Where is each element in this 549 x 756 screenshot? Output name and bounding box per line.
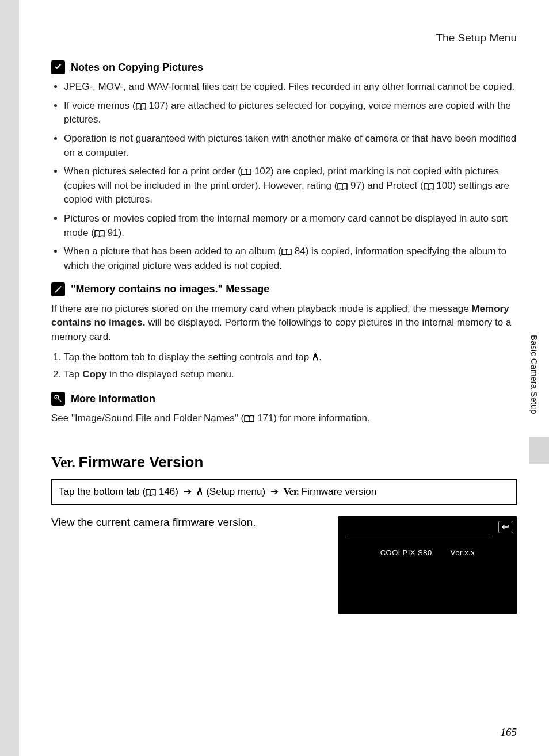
ver-icon: Ver. xyxy=(51,454,75,471)
firmware-row: View the current camera firmware version… xyxy=(51,516,517,614)
notes-list: JPEG-, MOV-, and WAV-format files can be… xyxy=(51,80,517,273)
moreinfo-paragraph: See "Image/Sound File and Folder Names" … xyxy=(51,411,517,426)
arrow-icon: ➔ xyxy=(184,486,192,497)
back-icon xyxy=(498,521,513,533)
step-item: Tap Copy in the displayed setup menu. xyxy=(64,366,517,383)
side-tab-marker xyxy=(529,437,549,464)
arrow-icon: ➔ xyxy=(270,486,279,497)
list-item: When pictures selected for a print order… xyxy=(64,165,517,207)
divider xyxy=(349,536,491,536)
step-item: Tap the bottom tab to display the settin… xyxy=(64,349,517,366)
list-item: When a picture that has been added to an… xyxy=(64,245,517,273)
memory-paragraph: If there are no pictures stored on the m… xyxy=(51,302,517,345)
side-tab-label: Basic Camera Setup xyxy=(529,335,544,433)
firmware-heading: Ver. Firmware Version xyxy=(51,453,517,471)
firmware-screen: COOLPIX S80 Ver.x.x xyxy=(338,516,517,614)
firmware-heading-text: Firmware Version xyxy=(79,453,204,471)
pencil-icon xyxy=(51,282,65,296)
section-moreinfo-title: More Information xyxy=(51,392,517,406)
firmware-screen-content: COOLPIX S80 Ver.x.x xyxy=(338,548,517,557)
section-title-text: "Memory contains no images." Message xyxy=(71,283,269,295)
book-icon xyxy=(244,415,254,422)
page-number: 165 xyxy=(501,726,517,739)
page-header: The Setup Menu xyxy=(51,32,517,44)
info-icon xyxy=(51,392,65,406)
list-item: Operation is not guaranteed with picture… xyxy=(64,132,517,160)
list-item: Pictures or movies copied from the inter… xyxy=(64,212,517,240)
section-notes-title: Notes on Copying Pictures xyxy=(51,60,517,74)
check-icon xyxy=(51,60,65,74)
list-item: JPEG-, MOV-, and WAV-format files can be… xyxy=(64,80,517,94)
section-title-text: Notes on Copying Pictures xyxy=(71,62,203,74)
firmware-description: View the current camera firmware version… xyxy=(51,516,327,529)
memory-steps: Tap the bottom tab to display the settin… xyxy=(51,349,517,383)
wrench-icon xyxy=(312,350,319,366)
book-icon xyxy=(424,183,434,190)
book-icon xyxy=(281,249,292,255)
section-memory-title: "Memory contains no images." Message xyxy=(51,282,517,296)
svg-point-1 xyxy=(56,397,57,398)
ver-icon: Ver. xyxy=(284,486,299,497)
list-item: If voice memos ( 107) are attached to pi… xyxy=(64,99,517,127)
firmware-version-value: Ver.x.x xyxy=(451,548,475,557)
book-icon xyxy=(94,230,105,237)
navigation-path: Tap the bottom tab ( 146) ➔ (Setup menu)… xyxy=(51,479,517,505)
side-tab: Basic Camera Setup xyxy=(529,335,549,464)
book-icon xyxy=(241,169,251,175)
book-icon xyxy=(337,183,348,190)
wrench-icon xyxy=(196,487,203,498)
book-icon xyxy=(136,103,146,110)
firmware-model: COOLPIX S80 xyxy=(380,548,432,557)
book-icon xyxy=(146,489,156,496)
manual-page: The Setup Menu Notes on Copying Pictures… xyxy=(19,0,549,756)
section-title-text: More Information xyxy=(71,393,155,405)
